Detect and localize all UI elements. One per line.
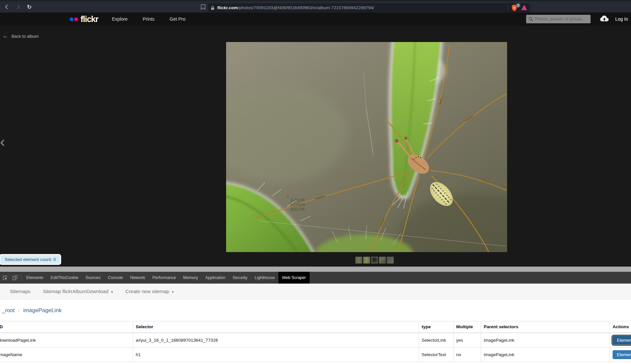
tab-sources[interactable]: Sources — [82, 272, 104, 284]
nav-item-explore[interactable]: Explore — [112, 16, 128, 22]
search-box[interactable] — [526, 15, 591, 23]
prev-photo-button[interactable]: ‹ — [0, 134, 7, 149]
sitemap-dropdown-label: Sitemap flickrAlbumDownload — [43, 289, 108, 294]
cell-parent-selectors: imagePageLink — [481, 333, 610, 348]
breadcrumb-imagepagelink[interactable]: imagePageLink — [23, 307, 61, 313]
table-row: downloadPageLink a#yui_3_16_0_1_16608970… — [0, 333, 631, 348]
photo[interactable]: © OZGUR KEREM BULUR — [226, 42, 507, 252]
flickr-logo-text: flickr — [81, 14, 98, 24]
table-header-row: ID Selector type Multiple Parent selecto… — [0, 321, 631, 333]
create-sitemap-label: Create new sitemap — [125, 289, 169, 294]
flickr-logo-pink-dot — [74, 17, 78, 21]
tab-web-scraper[interactable]: Web Scraper — [278, 272, 310, 284]
flickr-header: flickr Explore Prints Get Pro Log In — [0, 12, 631, 26]
cell-multiple: no — [454, 347, 481, 362]
nav-item-prints[interactable]: Prints — [143, 16, 154, 22]
shield-badge: 3 — [516, 3, 520, 8]
photo-thumbnail[interactable] — [371, 257, 378, 264]
svg-text:OZGUR: OZGUR — [291, 198, 305, 203]
cell-actions: Element preview — [610, 347, 631, 362]
url-text: flickr.com/photos/70091193@N06/901849096… — [217, 5, 505, 10]
photo-thumbnail[interactable] — [363, 257, 370, 264]
photo-thumbnail[interactable] — [387, 257, 394, 264]
browser-toolbar: ↻ flickr.com/photos/70091193@N06/9018490… — [0, 0, 631, 12]
tab-lighthouse[interactable]: Lighthouse — [251, 272, 278, 284]
extension-triangle-icon[interactable] — [521, 5, 527, 11]
url-domain: flickr.com — [217, 5, 238, 10]
cell-type: SelectorText — [419, 347, 454, 362]
horizontal-scrollbar[interactable] — [0, 267, 631, 272]
tab-network[interactable]: Network — [127, 272, 149, 284]
back-button[interactable] — [3, 3, 11, 11]
reload-icon: ↻ — [27, 4, 32, 11]
tab-console[interactable]: Console — [104, 272, 127, 284]
search-input[interactable] — [535, 17, 584, 21]
selectors-table-wrap: ID Selector type Multiple Parent selecto… — [0, 321, 631, 362]
back-to-album-link[interactable]: ← Back to album — [3, 33, 38, 39]
upload-cloud-icon[interactable] — [599, 15, 609, 22]
svg-text:©: © — [287, 195, 289, 198]
nav-item-getpro[interactable]: Get Pro — [170, 16, 185, 22]
caret-down-icon: ▾ — [172, 290, 174, 294]
cell-multiple: yes — [454, 333, 481, 348]
col-parent-selectors: Parent selectors — [481, 321, 610, 333]
breadcrumb-separator: / — [18, 308, 19, 313]
cell-id: downloadPageLink — [0, 333, 133, 348]
thumbnail-strip — [355, 257, 394, 264]
reload-button[interactable]: ↻ — [25, 3, 34, 11]
back-arrow-icon: ← — [3, 33, 8, 39]
tab-memory[interactable]: Memory — [179, 272, 201, 284]
svg-text:KEREM: KEREM — [291, 202, 305, 207]
flickr-logo[interactable]: flickr — [70, 14, 98, 24]
flickr-nav: Explore Prints Get Pro — [112, 16, 186, 22]
address-bar[interactable]: flickr.com/photos/70091193@N06/901849096… — [208, 3, 530, 12]
tab-performance[interactable]: Performance — [149, 272, 180, 284]
toolbar-divider — [508, 5, 508, 11]
photo-thumbnail[interactable] — [355, 257, 362, 264]
col-selector: Selector — [133, 321, 419, 333]
breadcrumb-root[interactable]: _root — [2, 307, 15, 313]
caret-down-icon: ▾ — [111, 290, 113, 294]
search-icon — [528, 17, 533, 21]
tabbar-divider — [21, 274, 21, 281]
tab-application[interactable]: Application — [201, 272, 229, 284]
photo-lightbox: ← Back to album ‹ — [0, 26, 631, 267]
tab-editthiscookie[interactable]: EditThisCookie — [47, 272, 82, 284]
photo-thumbnail[interactable] — [379, 257, 386, 264]
breadcrumb: _root / imagePageLink — [2, 307, 631, 314]
device-toolbar-button[interactable] — [10, 272, 20, 284]
brave-shield-icon[interactable]: 3 — [511, 4, 518, 11]
selected-count-tooltip: Selected element count: 0 — [0, 254, 61, 265]
table-row: imageName h1 SelectorText no imagePageLi… — [0, 347, 631, 362]
back-to-album-label: Back to album — [12, 34, 38, 39]
tab-security[interactable]: Security — [229, 272, 251, 284]
bookmark-icon[interactable] — [199, 3, 207, 11]
url-path: /photos/70091193@N06/9018490963/in/album… — [238, 5, 374, 10]
flickr-logo-blue-dot — [70, 17, 73, 21]
col-type: type — [419, 321, 454, 333]
col-multiple: Multiple — [454, 321, 481, 333]
chevron-left-icon — [4, 4, 10, 10]
cell-selector: a#yui_3_16_0_1_1660897013641_77326 — [133, 333, 419, 348]
element-preview-button[interactable]: Element preview — [613, 350, 631, 359]
login-link[interactable]: Log In — [615, 16, 628, 22]
webscraper-navbar: Sitemaps Sitemap flickrAlbumDownload ▾ C… — [0, 284, 631, 299]
tab-elements[interactable]: Elements — [23, 272, 47, 284]
inspect-element-button[interactable] — [0, 272, 10, 284]
svg-text:BULUR: BULUR — [291, 207, 305, 212]
webscraper-content: _root / imagePageLink ID Selector type M… — [0, 299, 631, 362]
cell-selector: h1 — [133, 347, 419, 362]
sitemap-dropdown[interactable]: Sitemap flickrAlbumDownload ▾ — [43, 289, 113, 294]
lock-icon — [211, 6, 215, 10]
sitemaps-menu[interactable]: Sitemaps — [10, 289, 31, 294]
element-preview-button[interactable]: Element preview — [613, 336, 631, 345]
chevron-right-icon — [15, 4, 21, 10]
col-id: ID — [0, 321, 133, 333]
devtools-tabbar: Elements EditThisCookie Sources Console … — [0, 272, 631, 284]
devtools-panel: Elements EditThisCookie Sources Console … — [0, 272, 631, 364]
create-sitemap-dropdown[interactable]: Create new sitemap ▾ — [125, 289, 174, 294]
cell-id: imageName — [0, 347, 133, 362]
forward-button[interactable] — [14, 3, 22, 11]
cell-actions: Element preview — [610, 333, 631, 348]
cell-parent-selectors: imagePageLink — [481, 347, 610, 362]
